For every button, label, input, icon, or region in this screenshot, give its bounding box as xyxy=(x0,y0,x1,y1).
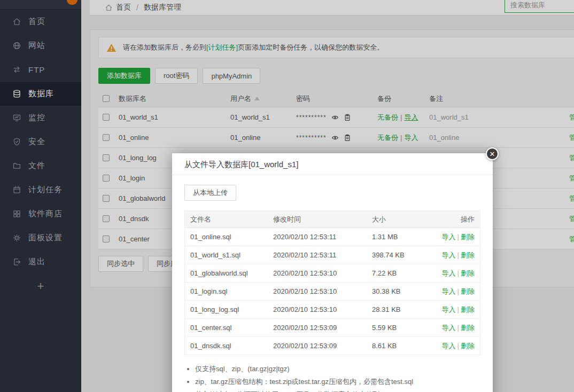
file-name: 01_world_s1.sql xyxy=(185,251,273,259)
modal-body: 从本地上传 文件名 修改时间 大小 操作 01_online.sql 2020/… xyxy=(172,175,493,392)
file-name: 01_dnsdk.sql xyxy=(185,342,273,350)
col-header-filename: 文件名 xyxy=(185,215,273,224)
file-row: 01_globalworld.sql 2020/02/10 12:53:10 7… xyxy=(185,264,480,283)
file-import-link[interactable]: 导入 xyxy=(442,342,456,350)
file-mtime: 2020/02/10 12:53:09 xyxy=(273,324,372,332)
file-size: 1.31 MB xyxy=(372,233,441,241)
file-name: 01_online.sql xyxy=(185,233,273,241)
file-mtime: 2020/02/10 12:53:10 xyxy=(273,269,372,277)
import-database-modal: ✕ 从文件导入数据库[01_world_s1] 从本地上传 文件名 修改时间 大… xyxy=(172,153,493,392)
file-import-link[interactable]: 导入 xyxy=(442,251,456,259)
file-row: 01_long_log.sql 2020/02/10 12:53:10 28.3… xyxy=(185,301,480,319)
col-header-mtime: 修改时间 xyxy=(273,215,372,224)
file-import-link[interactable]: 导入 xyxy=(442,305,456,313)
file-delete-link[interactable]: 删除 xyxy=(461,287,475,295)
file-size: 5.59 KB xyxy=(372,324,441,332)
file-row: 01_center.sql 2020/02/10 12:53:09 5.59 K… xyxy=(185,319,480,337)
file-size: 30.38 KB xyxy=(372,287,441,295)
note-item: zip、tar.gz压缩包结构：test.zip或test.tar.gz压缩包内… xyxy=(195,375,480,388)
close-icon[interactable]: ✕ xyxy=(486,147,499,160)
file-name: 01_long_log.sql xyxy=(185,305,273,313)
file-row: 01_dnsdk.sql 2020/02/10 12:53:09 8.61 KB… xyxy=(185,337,480,355)
file-mtime: 2020/02/10 12:53:10 xyxy=(273,287,372,295)
file-size: 398.74 KB xyxy=(372,251,441,259)
file-name: 01_login.sql xyxy=(185,287,273,295)
file-size: 28.31 KB xyxy=(372,305,441,313)
file-import-link[interactable]: 导入 xyxy=(442,324,456,332)
backup-files-table: 文件名 修改时间 大小 操作 01_online.sql 2020/02/10 … xyxy=(184,210,480,355)
app-root: 首页 网站 FTP 数据库 监控 安全 文件 计划任务 xyxy=(0,0,574,392)
modal-title: 从文件导入数据库[01_world_s1] xyxy=(172,153,493,175)
file-delete-link[interactable]: 删除 xyxy=(461,305,475,313)
note-item: 仅支持sql、zip、(tar.gz|gz|tgz) xyxy=(195,363,480,375)
file-delete-link[interactable]: 删除 xyxy=(461,342,475,350)
file-delete-link[interactable]: 删除 xyxy=(461,251,475,259)
file-name: 01_center.sql xyxy=(185,324,273,332)
file-name: 01_globalworld.sql xyxy=(185,269,273,277)
file-size: 8.61 KB xyxy=(372,342,441,350)
file-row: 01_world_s1.sql 2020/02/10 12:53:11 398.… xyxy=(185,246,480,264)
file-size: 7.22 KB xyxy=(372,269,441,277)
upload-local-button[interactable]: 从本地上传 xyxy=(184,185,236,201)
file-mtime: 2020/02/10 12:53:11 xyxy=(273,251,372,259)
file-row: 01_login.sql 2020/02/10 12:53:10 30.38 K… xyxy=(185,283,480,301)
file-import-link[interactable]: 导入 xyxy=(442,269,456,277)
file-row: 01_online.sql 2020/02/10 12:53:11 1.31 M… xyxy=(185,228,480,246)
file-delete-link[interactable]: 删除 xyxy=(461,233,475,241)
col-header-ops: 操作 xyxy=(441,215,480,224)
file-mtime: 2020/02/10 12:53:10 xyxy=(273,305,372,313)
note-item: 若文件过大，你还可以使用SFTP工具，将数据库文件上传到/www/backup/… xyxy=(195,388,480,392)
file-delete-link[interactable]: 删除 xyxy=(461,269,475,277)
modal-notes: 仅支持sql、zip、(tar.gz|gz|tgz) zip、tar.gz压缩包… xyxy=(187,363,480,392)
file-mtime: 2020/02/10 12:53:11 xyxy=(273,233,372,241)
col-header-size: 大小 xyxy=(372,215,441,224)
file-import-link[interactable]: 导入 xyxy=(442,233,456,241)
file-import-link[interactable]: 导入 xyxy=(442,287,456,295)
files-table-header: 文件名 修改时间 大小 操作 xyxy=(185,211,480,228)
file-mtime: 2020/02/10 12:53:09 xyxy=(273,342,372,350)
file-delete-link[interactable]: 删除 xyxy=(461,324,475,332)
